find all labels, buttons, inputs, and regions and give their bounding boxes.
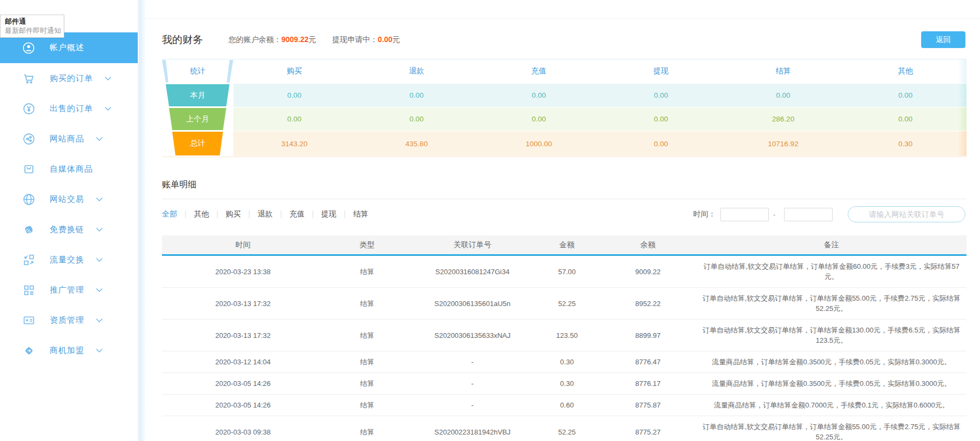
table-row: 2020-03-13 17:32 结算 S20200306135633xNAJ …	[162, 320, 967, 351]
sidebar-item-site-products[interactable]: 网站商品	[0, 124, 138, 154]
stats-row-last-month: 上个月 0.00 0.00 0.00 0.00 286.20 0.00	[162, 107, 967, 131]
cell-type: 结算	[324, 267, 410, 277]
chevron-down-icon	[96, 349, 103, 352]
time-range-label: 时间：	[693, 209, 716, 219]
grid-icon	[22, 283, 36, 297]
cell-order: S20200223181942hVBJ	[410, 427, 535, 437]
stats-col-other: 其他	[844, 66, 967, 76]
cell-order: S20200306135601aU5n	[410, 298, 535, 309]
account-balance: 您的账户余额：9009.22元	[228, 35, 316, 45]
cell-order: -	[410, 357, 535, 367]
stat-value: 0.00	[600, 115, 722, 123]
cell-remark: 订单自动结算,软文交易订单结算，订单结算金额55.00元，手续费2.75元，实际…	[697, 293, 967, 314]
sidebar-item-label: 免费换链	[50, 225, 84, 235]
cell-type: 结算	[324, 427, 410, 437]
table-row: 2020-03-03 09:38 结算 S20200223181942hVBJ …	[162, 416, 967, 441]
stats-row-label: 本月	[190, 91, 205, 100]
yen-circle-icon	[22, 101, 36, 116]
cell-amount: 0.30	[535, 357, 599, 367]
time-range-controls: 时间： -	[693, 206, 965, 222]
funnel-header: 统计	[162, 60, 233, 83]
filter-tab-settle[interactable]: 结算	[353, 209, 368, 219]
chevron-down-icon	[96, 228, 103, 232]
sidebar-item-label: 自媒体商品	[50, 164, 93, 174]
sidebar-item-traffic-exchange[interactable]: 流量交换	[0, 245, 138, 275]
cell-type: 结算	[324, 298, 410, 309]
filter-tab-refund[interactable]: 退款	[258, 209, 273, 219]
cell-type: 结算	[324, 330, 410, 341]
cell-remark: 流量商品结算，订单结算金额0.3500元，手续费0.05元，实际结算0.3000…	[697, 378, 967, 389]
stat-value: 0.00	[478, 115, 600, 123]
time-start-input[interactable]	[720, 208, 769, 221]
stats-col-refund: 退款	[355, 66, 477, 76]
range-separator: -	[773, 211, 775, 219]
sidebar-item-purchased-orders[interactable]: 购买的订单	[0, 63, 138, 93]
stat-value: 0.00	[722, 91, 844, 99]
cell-time: 2020-03-23 13:38	[162, 267, 324, 277]
filter-tab-withdraw[interactable]: 提现	[321, 209, 336, 219]
stats-row-label: 上个月	[186, 114, 209, 124]
mail-notify-tooltip: 邮件通 最新邮件即时通知	[0, 15, 64, 38]
handshake-icon	[22, 222, 36, 236]
cell-balance: 8899.97	[599, 330, 697, 341]
cell-time: 2020-03-12 14:04	[162, 357, 324, 367]
cell-remark: 订单自动结算,软文交易订单结算，订单结算金额130.00元，手续费6.5元，实际…	[697, 325, 967, 345]
main-area: 我的财务 您的账户余额：9009.22元 提现申请中：0.00元 返回 统计 购…	[139, 0, 980, 441]
col-order: 关联订单号	[410, 240, 535, 250]
table-row: 2020-03-05 14:26 结算 - 0.30 8776.17 流量商品结…	[162, 373, 967, 395]
divider	[249, 211, 249, 218]
time-end-input[interactable]	[784, 208, 833, 221]
sidebar-item-free-link-exchange[interactable]: 免费换链	[0, 214, 138, 245]
cell-type: 结算	[324, 378, 410, 389]
table-row: 2020-03-05 14:26 结算 - 0.60 8775.87 流量商品结…	[162, 395, 967, 416]
stat-value: 0.00	[600, 91, 722, 99]
finance-card: 我的财务 您的账户余额：9009.22元 提现申请中：0.00元 返回 统计 购…	[145, 18, 980, 441]
funnel-current-month: 本月	[162, 84, 233, 106]
stats-col-label: 统计	[190, 66, 205, 76]
cell-balance: 8776.17	[599, 378, 697, 389]
cell-amount: 123.50	[535, 330, 599, 341]
cell-type: 结算	[324, 400, 410, 410]
sidebar-item-business-alliance[interactable]: 商机加盟	[0, 335, 138, 365]
cell-amount: 57.00	[535, 267, 599, 277]
stat-value: 0.00	[844, 91, 967, 99]
sidebar-item-site-trade[interactable]: 网站交易	[0, 184, 138, 214]
share-icon	[22, 132, 36, 146]
cell-remark: 流量商品结算，订单结算金额0.3500元，手续费0.05元，实际结算0.3000…	[697, 357, 967, 367]
cell-time: 2020-03-13 17:32	[162, 330, 324, 341]
billing-table: 时间 类型 关联订单号 金额 余额 备注 2020-03-23 13:38 结算…	[162, 235, 967, 441]
cell-time: 2020-03-03 09:38	[162, 427, 324, 437]
cell-amount: 52.25	[535, 427, 599, 437]
sidebar-item-qualification-management[interactable]: 资质管理	[0, 305, 138, 335]
withdraw-pending: 提现申请中：0.00元	[333, 35, 400, 45]
user-icon	[22, 41, 36, 55]
cell-amount: 0.60	[535, 400, 599, 410]
col-amount: 金额	[535, 240, 599, 250]
filter-tab-buy[interactable]: 购买	[226, 209, 241, 219]
tooltip-title: 邮件通	[5, 17, 59, 26]
stats-col-withdraw: 提现	[600, 66, 722, 76]
sidebar-item-label: 帐户概述	[50, 43, 84, 53]
cell-order: -	[410, 400, 535, 410]
stat-value: 0.00	[233, 115, 355, 123]
sidebar: 邮件通 最新邮件即时通知 帐户概述 购买的订单	[0, 0, 138, 441]
cell-time: 2020-03-05 14:26	[162, 400, 324, 410]
sidebar-item-media-products[interactable]: 自媒体商品	[0, 154, 138, 184]
sidebar-item-sold-orders[interactable]: 出售的订单	[0, 93, 138, 124]
cell-remark: 流量商品结算，订单结算金额0.7000元，手续费0.1元，实际结算0.6000元…	[697, 400, 967, 410]
back-button[interactable]: 返回	[921, 31, 965, 48]
stat-value: 0.00	[233, 91, 355, 99]
content-gutter	[139, 0, 145, 441]
order-search-input[interactable]	[848, 206, 965, 222]
cell-remark: 订单自动结算,软文交易订单结算，订单结算金额55.00元，手续费2.75元，实际…	[697, 422, 967, 441]
stat-value: 3143.20	[233, 140, 355, 148]
withdraw-label: 提现申请中：	[333, 35, 378, 44]
sidebar-item-promotion-management[interactable]: 推广管理	[0, 275, 138, 305]
cell-order: S20200316081247Gi34	[410, 267, 535, 277]
cell-balance: 9009.22	[599, 267, 697, 277]
table-row: 2020-03-13 17:32 结算 S20200306135601aU5n …	[162, 288, 967, 320]
filter-tab-all[interactable]: 全部	[162, 209, 177, 219]
filter-tab-recharge[interactable]: 充值	[289, 209, 305, 219]
stats-row-label: 总计	[190, 139, 205, 148]
filter-tab-other[interactable]: 其他	[194, 209, 209, 219]
